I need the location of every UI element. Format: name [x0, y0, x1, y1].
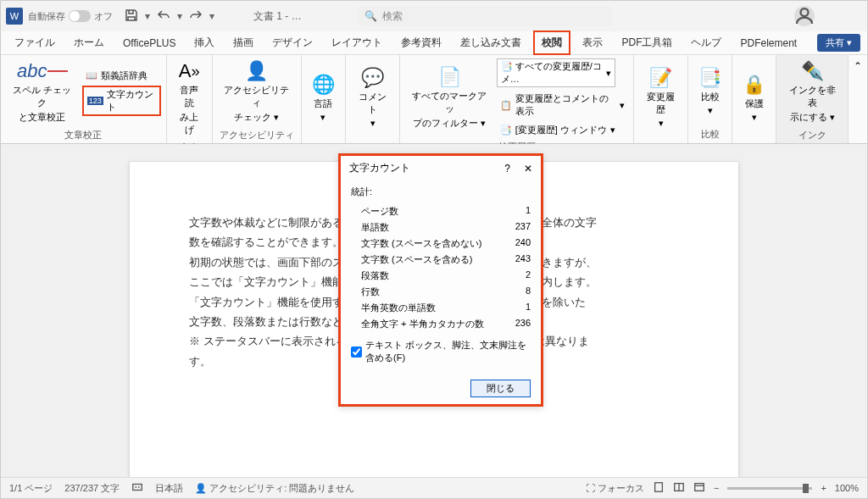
- zoom-slider[interactable]: [727, 487, 812, 490]
- close-icon[interactable]: ✕: [524, 163, 532, 175]
- more-icon[interactable]: ▾: [209, 10, 214, 22]
- markup-filter-button[interactable]: 📄すべてのマークアップのフィルター ▾: [405, 64, 492, 131]
- tab-pdfelement[interactable]: PDFelement: [733, 34, 804, 53]
- tab-draw[interactable]: 描画: [226, 32, 260, 53]
- dialog-titlebar: 文字カウント ? ✕: [341, 156, 541, 180]
- tab-help[interactable]: ヘルプ: [684, 32, 728, 53]
- search-icon: 🔍: [364, 10, 377, 22]
- tab-file[interactable]: ファイル: [8, 32, 62, 53]
- page-indicator[interactable]: 1/1 ページ: [9, 482, 53, 495]
- ribbon-tabs: ファイル ホーム OfficePLUS 挿入 描画 デザイン レイアウト 参考資…: [1, 31, 867, 55]
- dropdown-icon[interactable]: ▾: [145, 10, 150, 22]
- group-comment: 💬コメント▾: [346, 55, 400, 143]
- spellcheck-icon: abc: [17, 60, 67, 82]
- accessibility-icon: 👤: [245, 60, 268, 82]
- dropdown-icon[interactable]: ▾: [177, 10, 182, 22]
- markup-icon: 📄: [438, 66, 461, 88]
- count-icon: 123: [87, 97, 103, 105]
- app-window: W 自動保存 オフ ▾ ▾ ▾ 文書 1 - … 🔍 検索 ファイル ホーム O…: [0, 0, 868, 499]
- group-speech: A»音声読み上げ 音声: [167, 55, 213, 143]
- group-ink: ✒️インクを非表示にする ▾ インク: [776, 55, 849, 143]
- stat-lines: 行数8: [351, 284, 531, 300]
- group-compare: 📑比較▾ 比較: [688, 55, 732, 143]
- user-avatar[interactable]: [794, 6, 815, 26]
- hide-ink-button[interactable]: ✒️インクを非表示にする ▾: [782, 58, 843, 125]
- track-changes-button[interactable]: 📝変更履歴▾: [639, 65, 682, 130]
- dialog-title-text: 文字カウント: [349, 161, 410, 175]
- accessibility-button[interactable]: 👤アクセシビリティチェック ▾: [218, 58, 296, 125]
- word-count-dialog: 文字カウント ? ✕ 統計: ページ数1 単語数237 文字数 (スペースを含め…: [338, 153, 543, 407]
- word-count-status[interactable]: 237/237 文字: [64, 482, 120, 495]
- group-accessibility: 👤アクセシビリティチェック ▾ アクセシビリティ: [213, 55, 302, 143]
- help-icon[interactable]: ?: [504, 163, 510, 175]
- focus-mode-button[interactable]: ⛶ フォーカス: [586, 482, 644, 495]
- group-language: 🌐言語▾: [302, 55, 346, 143]
- word-app-icon: W: [6, 8, 23, 25]
- share-button[interactable]: 共有 ▾: [817, 34, 860, 52]
- spellcheck-button[interactable]: abc スペル チェックと文章校正: [6, 58, 79, 125]
- text-predict-icon[interactable]: [131, 481, 143, 495]
- print-layout-icon[interactable]: [653, 481, 665, 495]
- title-right: [794, 6, 862, 26]
- stat-chars-space: 文字数 (スペースを含める)243: [351, 252, 531, 268]
- svg-rect-4: [655, 483, 663, 492]
- group-protect: 🔒保護▾: [732, 55, 776, 143]
- ribbon: abc スペル チェックと文章校正 📖類義語辞典 123文字カウント 文章校正 …: [1, 55, 867, 144]
- language-button[interactable]: 🌐言語▾: [307, 72, 340, 125]
- stat-fullwidth: 全角文字 + 半角カタカナの数236: [351, 316, 531, 332]
- reviewing-pane-button[interactable]: 📑[変更履歴] ウィンドウ ▾: [497, 123, 628, 137]
- close-button[interactable]: 閉じる: [470, 380, 531, 397]
- book-icon: 📖: [86, 70, 97, 81]
- stat-halfwidth: 半角英数の単語数1: [351, 300, 531, 316]
- stat-paragraphs: 段落数2: [351, 268, 531, 284]
- tab-officeplus[interactable]: OfficePLUS: [116, 34, 182, 53]
- tab-pdf[interactable]: PDF工具箱: [615, 32, 679, 53]
- zoom-in-button[interactable]: +: [821, 483, 826, 493]
- comment-icon: 💬: [361, 67, 384, 89]
- stat-words: 単語数237: [351, 219, 531, 236]
- thesaurus-button[interactable]: 📖類義語辞典: [82, 69, 161, 83]
- word-count-button[interactable]: 123文字カウント: [82, 86, 161, 116]
- accessibility-status[interactable]: 👤 アクセシビリティ: 問題ありません: [195, 482, 354, 495]
- markup-view-dropdown[interactable]: 📑 すべての変更履歴/コメ…▾: [497, 58, 615, 87]
- tab-design[interactable]: デザイン: [265, 32, 320, 53]
- include-textboxes-checkbox[interactable]: テキスト ボックス、脚注、文末脚注を含める(F): [351, 339, 531, 364]
- tab-view[interactable]: 表示: [576, 32, 609, 53]
- tab-home[interactable]: ホーム: [67, 32, 111, 53]
- redo-icon[interactable]: [189, 8, 203, 25]
- comment-button[interactable]: 💬コメント▾: [351, 65, 394, 130]
- stat-pages: ページ数1: [351, 203, 531, 219]
- tab-insert[interactable]: 挿入: [187, 32, 221, 53]
- autosave-toggle[interactable]: 自動保存 オフ: [28, 10, 113, 23]
- show-markup-button[interactable]: 📋変更履歴とコメントの表示 ▾: [497, 91, 628, 119]
- undo-icon[interactable]: [157, 8, 170, 25]
- speaker-icon: A»: [179, 60, 200, 82]
- search-input[interactable]: 🔍 検索: [358, 6, 612, 26]
- protect-button[interactable]: 🔒保護▾: [737, 72, 771, 125]
- svg-rect-3: [133, 485, 142, 491]
- tab-references[interactable]: 参考資料: [394, 32, 448, 53]
- document-title: 文書 1 - …: [253, 9, 302, 24]
- svg-rect-6: [695, 484, 704, 491]
- tab-mailings[interactable]: 差し込み文書: [453, 32, 528, 53]
- quick-access-toolbar: ▾ ▾ ▾: [125, 8, 214, 25]
- read-aloud-button[interactable]: A»音声読み上げ: [172, 58, 207, 138]
- svg-point-0: [801, 8, 809, 16]
- save-icon[interactable]: [125, 8, 138, 25]
- group-tracking: 📄すべてのマークアップのフィルター ▾ 📑 すべての変更履歴/コメ…▾ 📋変更履…: [400, 55, 634, 143]
- web-layout-icon[interactable]: [693, 481, 705, 495]
- title-bar: W 自動保存 オフ ▾ ▾ ▾ 文書 1 - … 🔍 検索: [1, 1, 867, 31]
- zoom-level[interactable]: 100%: [835, 483, 859, 493]
- compare-button[interactable]: 📑比較▾: [693, 65, 726, 118]
- lock-icon: 🔒: [743, 74, 765, 96]
- zoom-out-button[interactable]: −: [714, 483, 719, 493]
- read-mode-icon[interactable]: [673, 481, 685, 495]
- tab-layout[interactable]: レイアウト: [325, 32, 389, 53]
- globe-icon: 🌐: [312, 74, 335, 96]
- toggle-switch[interactable]: [69, 10, 91, 22]
- status-bar: 1/1 ページ 237/237 文字 日本語 👤 アクセシビリティ: 問題ありま…: [1, 477, 867, 498]
- language-status[interactable]: 日本語: [155, 482, 183, 495]
- tab-review[interactable]: 校閲: [533, 30, 570, 55]
- collapse-ribbon-icon[interactable]: ⌃: [849, 55, 867, 143]
- stats-heading: 統計:: [351, 186, 531, 198]
